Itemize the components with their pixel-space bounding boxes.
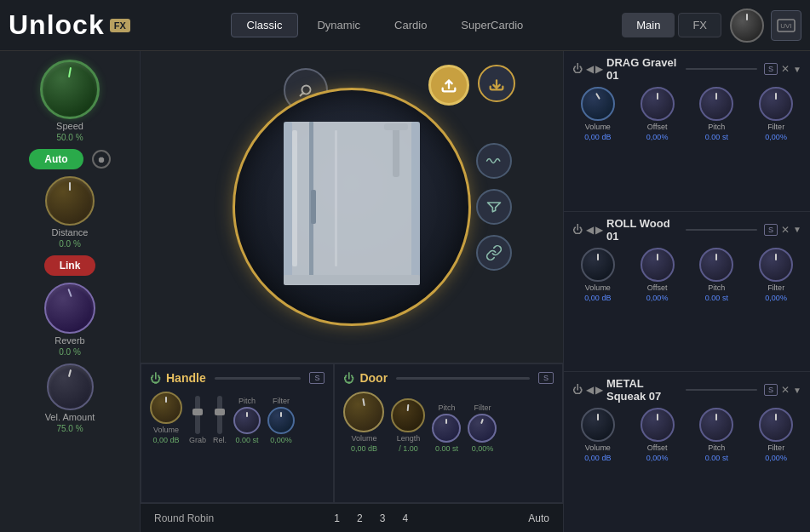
slot-1-volume-knob[interactable] [581, 87, 615, 121]
vel-knob-container: Vel. Amount 75.0 % [45, 363, 95, 433]
handle-pitch-knob[interactable] [233, 407, 261, 434]
door-pitch-label: Pitch [438, 403, 455, 412]
slot-1-s[interactable]: S [764, 63, 778, 75]
tab-fx[interactable]: FX [678, 13, 721, 37]
slot-3-arrow[interactable]: ▼ [793, 386, 801, 395]
tab-dynamic[interactable]: Dynamic [302, 13, 376, 37]
slot-2-arrow[interactable]: ▼ [793, 225, 801, 234]
auto-button[interactable]: Auto [29, 149, 83, 169]
slot-1-offset-knob[interactable] [641, 87, 675, 121]
app-title: Unlock [9, 9, 105, 41]
handle-pitch-value: 0.00 st [236, 436, 259, 444]
filter-button[interactable] [476, 189, 512, 225]
slot-3-volume-group: Volume 0,00 dB [581, 408, 615, 462]
speed-knob[interactable] [40, 60, 100, 119]
center-panel: ⏻ Handle S Volume 0,00 dB Grab [141, 51, 563, 532]
door-volume-value: 0,00 dB [351, 444, 377, 453]
door-controls: Volume 0,00 dB Length / 1.00 Pitch 0.00 … [343, 392, 554, 453]
handle-volume-knob[interactable] [150, 392, 182, 424]
slot-3-volume-label: Volume [585, 443, 611, 452]
slot-1-nav: ◀ ▶ [586, 63, 603, 75]
slot-1-header: ⏻ ◀ ▶ DRAG Gravel 01 S ✕ ▼ [572, 56, 801, 82]
slot-2-s[interactable]: S [764, 224, 778, 236]
handle-power-icon[interactable]: ⏻ [150, 372, 161, 385]
slot-2-close[interactable]: ✕ [781, 224, 790, 236]
handle-rel-slider[interactable] [217, 396, 222, 434]
main-layout: Speed 50.0 % Auto Distance 0.0 % Link Re… [0, 51, 810, 532]
reverb-knob[interactable] [44, 283, 95, 334]
door-s-badge[interactable]: S [538, 372, 554, 384]
slot-2-filter-knob[interactable] [759, 248, 793, 282]
door-filter-knob[interactable] [468, 414, 497, 443]
slot-3-next[interactable]: ▶ [595, 384, 603, 396]
slot-1-power[interactable]: ⏻ [572, 63, 583, 75]
slot-1-pitch-knob[interactable] [699, 87, 733, 121]
distance-knob[interactable] [45, 176, 95, 226]
slot-3-offset-knob[interactable] [641, 408, 675, 442]
door-power-icon[interactable]: ⏻ [343, 372, 354, 385]
svg-rect-10 [292, 130, 297, 266]
master-knob[interactable] [730, 9, 764, 43]
slot-2-next[interactable]: ▶ [595, 224, 603, 236]
handle-s-badge[interactable]: S [309, 372, 325, 384]
tab-cardio[interactable]: Cardio [379, 13, 442, 37]
door-volume-knob[interactable] [343, 392, 384, 432]
slot-1-next[interactable]: ▶ [595, 63, 603, 75]
slot-2-prev[interactable]: ◀ [586, 224, 594, 236]
rr-num-3[interactable]: 3 [380, 512, 386, 524]
door-filter-label: Filter [474, 403, 491, 412]
slot-1-filter-knob[interactable] [759, 87, 793, 121]
svg-rect-9 [284, 275, 420, 285]
import-button[interactable] [428, 65, 469, 106]
handle-grab-slider[interactable] [195, 396, 200, 434]
door-pitch-group: Pitch 0.00 st [432, 403, 461, 453]
tab-classic[interactable]: Classic [231, 13, 299, 37]
door-pitch-knob[interactable] [432, 414, 461, 443]
slot-1-progress [686, 68, 758, 70]
slot-2-pitch-knob[interactable] [699, 248, 733, 282]
export-button[interactable] [478, 65, 515, 102]
record-button[interactable] [92, 150, 111, 169]
link-icon-button[interactable] [476, 235, 512, 271]
svg-text:UVI: UVI [780, 22, 791, 30]
slot-3-s[interactable]: S [764, 384, 778, 396]
slot-3-power[interactable]: ⏻ [572, 384, 583, 396]
rr-auto[interactable]: Auto [528, 512, 549, 524]
door-header: ⏻ Door S [343, 371, 554, 385]
slot-3-volume-knob[interactable] [581, 408, 615, 442]
tab-supercardio[interactable]: SuperCardio [445, 13, 538, 37]
slot-2-knobs: Volume 0,00 dB Offset 0,00% Pitch 0.00 s… [572, 248, 801, 302]
wave-button[interactable] [476, 143, 512, 179]
vel-knob[interactable] [47, 363, 94, 410]
door-length-knob[interactable] [391, 398, 425, 432]
slot-2-offset-label: Offset [647, 283, 668, 292]
slot-2-volume-knob[interactable] [581, 248, 615, 282]
rr-num-1[interactable]: 1 [334, 512, 340, 524]
slot-2-offset-knob[interactable] [641, 248, 675, 282]
handle-filter-knob[interactable] [267, 407, 295, 434]
slot-3-close[interactable]: ✕ [781, 384, 790, 396]
slot-2-power[interactable]: ⏻ [572, 224, 583, 236]
slot-2-nav: ◀ ▶ [586, 224, 603, 236]
visualizer [141, 51, 563, 363]
slot-1-volume-label: Volume [585, 123, 611, 131]
slot-3-offset-value: 0,00% [646, 454, 669, 462]
slot-2-volume-value: 0,00 dB [584, 294, 611, 302]
slot-1-volume-value: 0,00 dB [584, 133, 611, 141]
slot-3-pitch-group: Pitch 0.00 st [699, 408, 733, 462]
tab-main[interactable]: Main [622, 13, 675, 37]
handle-volume-value: 0,00 dB [152, 436, 179, 444]
slot-1-arrow[interactable]: ▼ [793, 65, 801, 74]
slot-3-prev[interactable]: ◀ [586, 384, 594, 396]
handle-filter-label: Filter [273, 397, 290, 405]
door-length-group: Length / 1.00 [391, 398, 425, 453]
rr-num-4[interactable]: 4 [402, 512, 408, 524]
slot-3-pitch-knob[interactable] [699, 408, 733, 442]
link-button[interactable]: Link [44, 255, 96, 276]
slot-1-close[interactable]: ✕ [781, 63, 790, 75]
slot-1-prev[interactable]: ◀ [586, 63, 594, 75]
slot-3-filter-knob[interactable] [759, 408, 793, 442]
svg-rect-7 [384, 123, 408, 130]
rr-num-2[interactable]: 2 [357, 512, 363, 524]
slot-1-offset-value: 0,00% [646, 133, 669, 141]
